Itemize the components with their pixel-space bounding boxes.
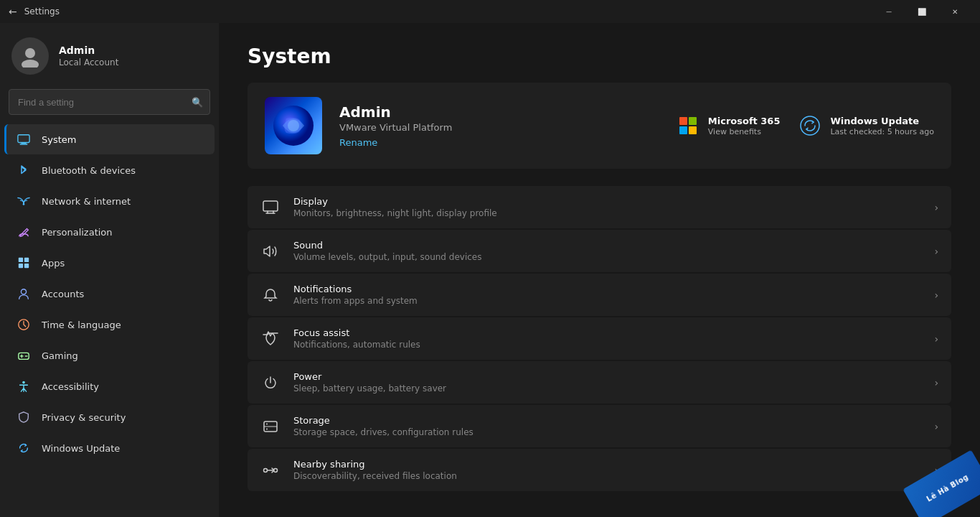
nearby-sharing-desc: Discoverability, received files location (293, 471, 921, 481)
svg-rect-9 (24, 264, 29, 268)
system-icon (16, 131, 32, 147)
nearby-sharing-text: Nearby sharing Discoverability, received… (293, 459, 921, 481)
back-icon[interactable]: ← (9, 6, 17, 17)
avatar (11, 37, 49, 75)
app-body: Admin Local Account 🔍 System (0, 23, 980, 517)
sound-title: Sound (293, 240, 921, 251)
focus-assist-icon (260, 329, 281, 349)
display-chevron: › (934, 202, 938, 213)
power-chevron: › (934, 377, 938, 388)
system-logo (265, 97, 322, 154)
windows-update-card-icon (797, 113, 823, 139)
svg-point-10 (21, 289, 26, 294)
main-content: System (219, 23, 980, 517)
setting-item-sound[interactable]: Sound Volume levels, output, input, soun… (248, 230, 951, 272)
notifications-text: Notifications Alerts from apps and syste… (293, 284, 921, 306)
svg-rect-4 (20, 144, 28, 144)
display-icon (260, 197, 281, 218)
svg-point-15 (22, 381, 25, 384)
sidebar-item-label-gaming: Gaming (42, 350, 78, 361)
title-bar-controls: ─ ⬜ ✕ (872, 0, 971, 23)
power-title: Power (293, 371, 921, 382)
personalization-icon (16, 224, 32, 240)
windows-update-item[interactable]: Windows Update Last checked: 5 hours ago (797, 113, 934, 139)
search-box: 🔍 (9, 89, 210, 115)
sound-desc: Volume levels, output, input, sound devi… (293, 252, 921, 262)
sidebar-item-accounts[interactable]: Accounts (4, 279, 215, 309)
svg-rect-2 (18, 135, 29, 143)
ms365-title: Microsoft 365 (708, 116, 781, 126)
sound-icon (260, 241, 281, 261)
setting-item-storage[interactable]: Storage Storage space, drives, configura… (248, 405, 951, 447)
sidebar-item-windows-update[interactable]: Windows Update (4, 433, 215, 463)
network-icon (16, 193, 32, 209)
sidebar-item-privacy[interactable]: Privacy & security (4, 402, 215, 432)
storage-text: Storage Storage space, drives, configura… (293, 415, 921, 437)
search-input[interactable] (9, 89, 210, 115)
sidebar-item-personalization[interactable]: Personalization (4, 217, 215, 247)
sidebar-item-label-system: System (42, 134, 76, 145)
sound-chevron: › (934, 246, 938, 257)
sidebar-item-system[interactable]: System (4, 124, 215, 154)
nearby-sharing-title: Nearby sharing (293, 459, 921, 470)
sidebar-profile[interactable]: Admin Local Account (0, 23, 219, 86)
sidebar-item-accessibility[interactable]: Accessibility (4, 371, 215, 401)
system-user: Admin (339, 103, 658, 121)
focus-assist-text: Focus assist Notifications, automatic ru… (293, 327, 921, 350)
accessibility-icon (16, 378, 32, 394)
title-bar: ← Settings ─ ⬜ ✕ (0, 0, 980, 23)
setting-item-nearby-sharing[interactable]: Nearby sharing Discoverability, received… (248, 449, 951, 491)
svg-point-22 (266, 423, 268, 424)
minimize-button[interactable]: ─ (872, 0, 905, 23)
sound-text: Sound Volume levels, output, input, soun… (293, 240, 921, 262)
display-desc: Monitors, brightness, night light, displ… (293, 208, 921, 218)
storage-icon (260, 416, 281, 437)
title-bar-title: Settings (24, 6, 60, 17)
title-bar-left: ← Settings (9, 6, 60, 17)
sidebar-item-label-time: Time & language (42, 320, 121, 330)
ms365-text: Microsoft 365 View benefits (708, 116, 781, 136)
system-platform: VMware Virtual Platform (339, 122, 658, 133)
svg-point-1 (22, 60, 39, 67)
sidebar-item-bluetooth[interactable]: Bluetooth & devices (4, 155, 215, 185)
rename-button[interactable]: Rename (339, 137, 377, 148)
svg-point-14 (27, 355, 28, 357)
windows-update-icon (16, 440, 32, 456)
sidebar-item-label-personalization: Personalization (42, 227, 113, 238)
svg-rect-6 (19, 258, 23, 262)
sidebar-item-time[interactable]: Time & language (4, 309, 215, 340)
settings-list: Display Monitors, brightness, night ligh… (248, 186, 951, 491)
sidebar-item-label-accessibility: Accessibility (42, 381, 99, 392)
notifications-chevron: › (934, 289, 938, 301)
sidebar-item-network[interactable]: Network & internet (4, 186, 215, 216)
ms365-item[interactable]: Microsoft 365 View benefits (675, 113, 781, 139)
setting-item-notifications[interactable]: Notifications Alerts from apps and syste… (248, 274, 951, 316)
sidebar-item-label-bluetooth: Bluetooth & devices (42, 165, 136, 176)
privacy-icon (16, 409, 32, 425)
apps-icon (16, 255, 32, 271)
svg-rect-19 (263, 201, 278, 211)
focus-assist-title: Focus assist (293, 327, 921, 338)
sidebar-item-label-network: Network & internet (42, 196, 131, 207)
sidebar-item-label-windows-update: Windows Update (42, 443, 120, 454)
display-title: Display (293, 196, 921, 207)
svg-point-5 (23, 203, 25, 205)
notifications-icon (260, 285, 281, 305)
svg-rect-8 (19, 264, 23, 268)
close-button[interactable]: ✕ (938, 0, 971, 23)
setting-item-display[interactable]: Display Monitors, brightness, night ligh… (248, 186, 951, 228)
maximize-button[interactable]: ⬜ (905, 0, 938, 23)
windows-update-card-sub: Last checked: 5 hours ago (830, 127, 934, 136)
focus-assist-chevron: › (934, 333, 938, 345)
windows-update-card-title: Windows Update (830, 116, 934, 126)
profile-info: Admin Local Account (59, 45, 118, 67)
accounts-icon (16, 286, 32, 302)
svg-rect-7 (24, 258, 29, 262)
sidebar-item-apps[interactable]: Apps (4, 248, 215, 278)
setting-item-power[interactable]: Power Sleep, battery usage, battery save… (248, 361, 951, 404)
storage-title: Storage (293, 415, 921, 426)
svg-point-17 (288, 120, 299, 131)
setting-item-focus-assist[interactable]: Focus assist Notifications, automatic ru… (248, 317, 951, 360)
sidebar-item-gaming[interactable]: Gaming (4, 340, 215, 371)
sidebar-item-label-accounts: Accounts (42, 289, 84, 299)
